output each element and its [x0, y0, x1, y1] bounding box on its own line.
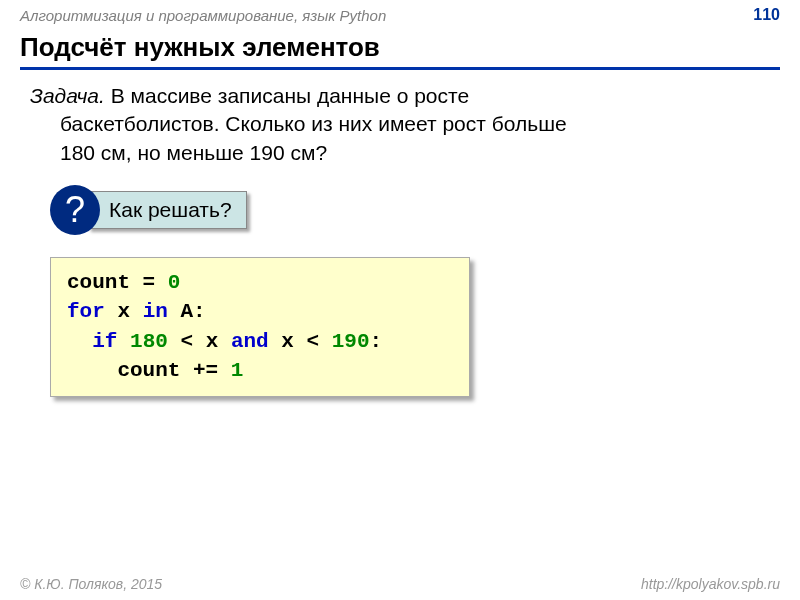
code-num: 190	[332, 330, 370, 353]
task-line3: 180 см, но меньше 190 см?	[30, 139, 770, 167]
code-num: 180	[130, 330, 168, 353]
code-kw-for: for	[67, 300, 105, 323]
code-kw-and: and	[231, 330, 269, 353]
code-text	[117, 330, 130, 353]
hint-box: Как решать?	[88, 191, 247, 229]
course-title: Алгоритмизация и программирование, язык …	[20, 7, 386, 24]
task-label: Задача.	[30, 84, 105, 107]
code-num: 0	[168, 271, 181, 294]
task-line1: В массиве записаны данные о росте	[105, 84, 469, 107]
code-num: 1	[231, 359, 244, 382]
slide-footer: © К.Ю. Поляков, 2015 http://kpolyakov.sp…	[20, 576, 780, 592]
code-text: x	[105, 300, 143, 323]
hint-row: ? Как решать?	[50, 185, 800, 235]
code-indent	[67, 330, 92, 353]
task-text: Задача. В массиве записаны данные о рост…	[30, 82, 770, 167]
code-text: < x	[168, 330, 231, 353]
footer-url: http://kpolyakov.spb.ru	[641, 576, 780, 592]
page-number: 110	[753, 6, 780, 24]
code-text: A:	[168, 300, 206, 323]
question-mark: ?	[65, 192, 85, 228]
question-circle-icon: ?	[50, 185, 100, 235]
code-text: count +=	[67, 359, 231, 382]
code-block: count = 0 for x in A: if 180 < x and x <…	[50, 257, 470, 397]
code-text: x <	[269, 330, 332, 353]
task-line2: баскетболистов. Сколько из них имеет рос…	[30, 110, 770, 138]
section-title: Подсчёт нужных элементов	[20, 32, 780, 70]
copyright: © К.Ю. Поляков, 2015	[20, 576, 162, 592]
code-text: :	[370, 330, 383, 353]
code-kw-if: if	[92, 330, 117, 353]
code-text: count =	[67, 271, 168, 294]
code-kw-in: in	[143, 300, 168, 323]
slide-header: Алгоритмизация и программирование, язык …	[0, 0, 800, 28]
